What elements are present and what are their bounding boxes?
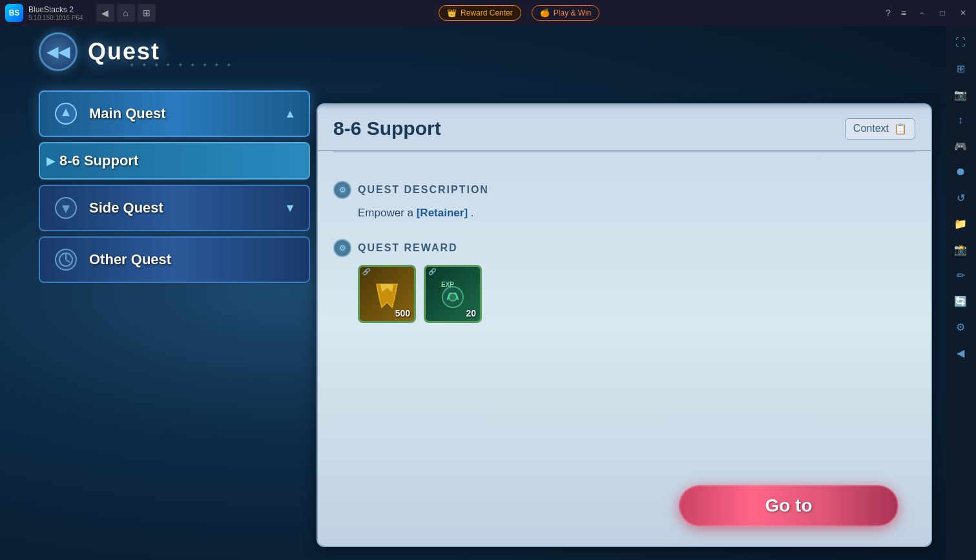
reward-item-2-visual: EXP (436, 276, 470, 313)
reward-item-1-link-icon: 🔗 (362, 268, 370, 275)
panel-torn-edge (318, 105, 931, 110)
main-quest-label: Main Quest (89, 105, 274, 122)
bluestacks-logo: BS (5, 4, 23, 22)
item-86-arrow-icon: ▶ (47, 154, 56, 168)
menu-button[interactable]: ≡ (898, 5, 909, 21)
titlebar-center: 👑 Reward Center 🍊 Play & Win (156, 5, 884, 21)
panel-quest-title: 8-6 Support (333, 118, 441, 140)
app-version: 5.10.150.1016 P64 (28, 14, 83, 21)
side-quest-menu-item[interactable]: Side Quest ▼ (39, 185, 310, 231)
context-label: Context (853, 123, 889, 134)
minimize-button[interactable]: − (914, 5, 929, 21)
refresh-sidebar-icon[interactable]: ↺ (949, 186, 972, 209)
quest-detail-panel: 8-6 Support Context 📋 ⚙ QUEST DESCRIPTIO… (317, 103, 932, 547)
panel-divider (333, 151, 915, 152)
reward-item-2-count: 20 (466, 308, 476, 318)
item-86-label: 8-6 Support (59, 152, 296, 169)
maximize-button[interactable]: □ (935, 5, 950, 21)
quest-menu: Main Quest ▲ ▶ 8-6 Support Side Quest ▼ (39, 90, 310, 283)
side-quest-label: Side Quest (89, 200, 274, 216)
context-icon: 📋 (894, 123, 907, 135)
quest-reward-title: QUEST REWARD (358, 242, 458, 254)
other-quest-icon (53, 247, 79, 273)
collapse-sidebar-icon[interactable]: ◀ (949, 341, 972, 364)
brush-sidebar-icon[interactable]: ✏ (949, 264, 972, 287)
description-text-after: . (471, 207, 474, 219)
quest-page-title: Quest (88, 38, 160, 65)
play-win-label: Play & Win (554, 8, 592, 17)
folder-sidebar-icon[interactable]: 📁 (949, 212, 972, 235)
main-quest-icon (53, 101, 79, 127)
app-info: BlueStacks 2 5.10.150.1016 P64 (28, 5, 83, 21)
settings-sidebar-icon[interactable]: ⚙ (949, 315, 972, 338)
close-button[interactable]: ✕ (955, 5, 971, 21)
right-sidebar: ⛶ ⊞ 📷 ↕ 🎮 ⏺ ↺ 📁 📸 ✏ 🔄 ⚙ ◀ (945, 26, 976, 560)
camera-sidebar-icon[interactable]: 📷 (949, 83, 972, 106)
context-button[interactable]: Context 📋 (845, 118, 915, 140)
shake-sidebar-icon[interactable]: ↕ (949, 109, 972, 132)
quest-description-header: ⚙ QUEST DESCRIPTION (333, 181, 915, 199)
panel-header: 8-6 Support Context 📋 (318, 105, 931, 151)
goto-label: Go to (765, 495, 812, 516)
reward-center-button[interactable]: 👑 Reward Center (439, 5, 521, 21)
titlebar: BS BlueStacks 2 5.10.150.1016 P64 ◀ ⌂ ⊞ … (0, 0, 976, 26)
reward-items-container: 🔗 500 🔗 EXP (358, 265, 915, 323)
quest-header: ◀◀ Quest (39, 32, 160, 71)
game-area: ◀◀ Quest ✦ ✦ ✦ ✦ ✦ ✦ ✦ ✦ ✦ Main Quest ▲ … (0, 26, 945, 560)
main-quest-menu-item[interactable]: Main Quest ▲ (39, 90, 310, 137)
titlebar-left: BS BlueStacks 2 5.10.150.1016 P64 ◀ ⌂ ⊞ (5, 4, 156, 22)
play-win-icon: 🍊 (540, 8, 550, 17)
screenshot-sidebar-icon[interactable]: 📸 (949, 238, 972, 261)
svg-point-12 (449, 293, 457, 301)
titlebar-right: ? ≡ − □ ✕ (883, 5, 971, 21)
layers-sidebar-icon[interactable]: ⊞ (949, 57, 972, 80)
side-quest-arrow-icon: ▼ (284, 202, 296, 215)
help-button[interactable]: ? (883, 5, 893, 21)
goto-button[interactable]: Go to (679, 485, 898, 526)
reward-item-gold: 🔗 500 (358, 265, 416, 323)
quest-reward-icon: ⚙ (333, 239, 351, 257)
quest-description-title: QUEST DESCRIPTION (358, 184, 489, 196)
quest-description-icon: ⚙ (333, 181, 351, 199)
reward-item-1-count: 500 (395, 308, 410, 318)
record-sidebar-icon[interactable]: ⏺ (949, 160, 972, 183)
reward-center-label: Reward Center (461, 8, 513, 17)
quest-86-support-item[interactable]: ▶ 8-6 Support (39, 142, 310, 180)
rotate-sidebar-icon[interactable]: 🔄 (949, 289, 972, 313)
play-win-button[interactable]: 🍊 Play & Win (532, 5, 600, 21)
back-arrow-icon: ◀◀ (47, 43, 70, 61)
reward-item-exp: 🔗 EXP 20 (424, 265, 482, 323)
quest-description-content: Empower a [Retainer] . (358, 207, 915, 220)
gamepad-sidebar-icon[interactable]: 🎮 (949, 134, 972, 158)
expand-sidebar-icon[interactable]: ⛶ (949, 31, 972, 54)
description-text-before: Empower a (358, 207, 417, 219)
other-quest-label: Other Quest (89, 251, 296, 268)
other-quest-menu-item[interactable]: Other Quest (39, 236, 310, 283)
panel-body: ⚙ QUEST DESCRIPTION Empower a [Retainer]… (318, 165, 931, 338)
quest-reward-header: ⚙ QUEST REWARD (333, 239, 915, 257)
app-name: BlueStacks 2 (28, 5, 83, 14)
home-nav-button[interactable]: ⌂ (117, 4, 135, 22)
quest-back-button[interactable]: ◀◀ (39, 32, 78, 71)
titlebar-nav: ◀ ⌂ ⊞ (96, 4, 156, 22)
side-quest-icon (53, 195, 79, 221)
main-quest-arrow-icon: ▲ (284, 107, 296, 121)
reward-item-2-link-icon: 🔗 (428, 268, 436, 275)
description-retainer: [Retainer] (417, 207, 468, 219)
back-nav-button[interactable]: ◀ (96, 4, 114, 22)
multi-nav-button[interactable]: ⊞ (138, 4, 156, 22)
reward-crown-icon: 👑 (447, 8, 457, 17)
